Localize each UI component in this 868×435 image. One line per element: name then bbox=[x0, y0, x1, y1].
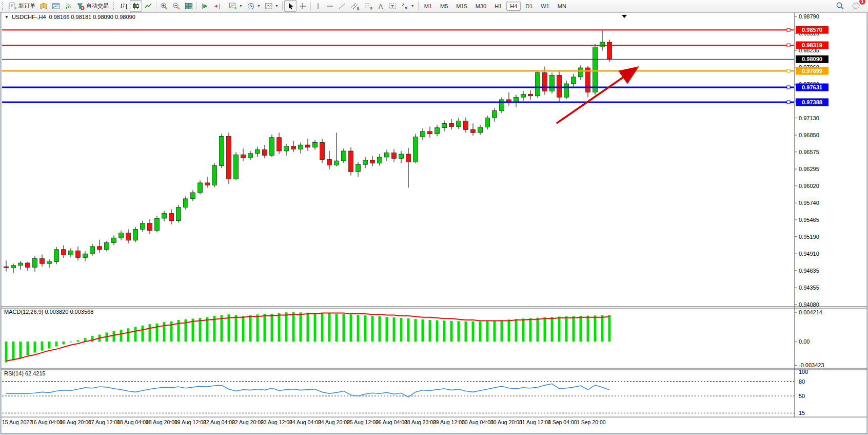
time-axis: 15 Aug 202216 Aug 04:0016 Aug 20:0017 Au… bbox=[2, 419, 606, 425]
svg-text:50: 50 bbox=[799, 393, 805, 399]
trendline-icon bbox=[338, 2, 346, 10]
chart-window-frame bbox=[1, 12, 867, 433]
timeframe-button-M30[interactable]: M30 bbox=[472, 2, 490, 11]
svg-text:0.94635: 0.94635 bbox=[799, 268, 819, 274]
line-chart-icon bbox=[144, 2, 152, 10]
toolbar-separator bbox=[418, 2, 419, 10]
templates-button[interactable]: ▼ bbox=[263, 0, 281, 12]
new-order-label: 新订单 bbox=[18, 2, 35, 10]
horizontal-line-tool-button[interactable] bbox=[324, 0, 336, 12]
macd-indicator-label: MACD(12,26,9) 0.003820 0.003568 bbox=[4, 309, 93, 315]
zoom-in-icon bbox=[160, 2, 168, 10]
candlestick-mode-button[interactable] bbox=[130, 0, 142, 12]
svg-text:0.96295: 0.96295 bbox=[799, 166, 819, 172]
toolbar-separator bbox=[310, 2, 311, 10]
chevron-down-icon: ▼ bbox=[257, 4, 261, 8]
svg-text:0.98090: 0.98090 bbox=[802, 56, 822, 62]
svg-text:0.97388: 0.97388 bbox=[802, 99, 822, 105]
timeframe-button-M1[interactable]: M1 bbox=[421, 2, 436, 11]
new-order-button[interactable]: 新订单 bbox=[7, 0, 37, 12]
timeframe-button-H4[interactable]: H4 bbox=[506, 2, 521, 11]
equidistant-channel-icon: E bbox=[350, 2, 360, 10]
cursor-tool-button[interactable] bbox=[284, 0, 297, 12]
indicators-button[interactable]: ▼ bbox=[227, 0, 245, 12]
notifications-button[interactable]: 1 bbox=[850, 0, 863, 12]
arrows-tool-button[interactable]: ▼ bbox=[399, 0, 417, 12]
svg-text:-0.003423: -0.003423 bbox=[799, 362, 824, 368]
timeframe-button-D1[interactable]: D1 bbox=[522, 2, 536, 11]
timeframe-button-W1[interactable]: W1 bbox=[537, 2, 553, 11]
x-axis-label: 24 Aug 20:00 bbox=[318, 419, 350, 425]
line-handle[interactable] bbox=[787, 69, 790, 72]
zoom-in-button[interactable] bbox=[158, 0, 170, 12]
x-axis-label: 29 Aug 12:00 bbox=[433, 419, 465, 425]
vertical-line-tool-button[interactable] bbox=[312, 0, 324, 12]
svg-text:0.004214: 0.004214 bbox=[799, 309, 822, 315]
svg-text:0.96020: 0.96020 bbox=[799, 183, 819, 189]
x-axis-label: 1 Sep 04:00 bbox=[548, 419, 577, 425]
x-axis-label: 15 Aug 2022 bbox=[2, 419, 32, 425]
svg-text:0.94080: 0.94080 bbox=[799, 301, 819, 308]
zoom-out-button[interactable] bbox=[170, 0, 183, 12]
timeframe-button-H1[interactable]: H1 bbox=[491, 2, 505, 11]
toolbar-grip[interactable] bbox=[113, 2, 116, 10]
toolbar-right-group: 1 bbox=[834, 0, 868, 12]
x-axis-label: 17 Aug 12:00 bbox=[88, 419, 120, 425]
toolbar-separator bbox=[225, 2, 225, 10]
price-label: 0.97899 bbox=[796, 67, 828, 75]
x-axis-label: 22 Aug 20:00 bbox=[232, 419, 264, 425]
x-axis-label: 31 Aug 12:00 bbox=[519, 419, 551, 425]
new-chart-button[interactable] bbox=[50, 0, 62, 12]
x-axis-label: 1 Sep 20:00 bbox=[577, 419, 606, 425]
timeframe-button-MN[interactable]: MN bbox=[554, 2, 570, 11]
svg-text:0.98790: 0.98790 bbox=[799, 13, 819, 20]
svg-text:0.95190: 0.95190 bbox=[799, 234, 819, 240]
auto-trading-icon bbox=[76, 2, 85, 10]
fibonacci-tool-button[interactable]: F bbox=[362, 0, 375, 12]
text-label-tool-button[interactable]: T bbox=[386, 0, 399, 12]
auto-scroll-button[interactable] bbox=[199, 0, 211, 12]
chart-ohlc-values: 0.98166 0.98181 0.98090 0.98090 bbox=[49, 14, 135, 20]
x-axis-label: 26 Aug 04:00 bbox=[376, 419, 407, 425]
text-tool-button[interactable]: A bbox=[375, 0, 386, 12]
equidistant-channel-tool-button[interactable]: E bbox=[348, 0, 362, 12]
line-handle[interactable] bbox=[787, 28, 790, 31]
trendline-tool-button[interactable] bbox=[336, 0, 348, 12]
x-axis-label: 30 Aug 20:00 bbox=[490, 419, 522, 425]
x-axis-label: 25 Aug 12:00 bbox=[347, 419, 379, 425]
x-axis-label: 24 Aug 04:00 bbox=[289, 419, 321, 425]
market-watch-button[interactable] bbox=[37, 0, 50, 12]
timeframe-button-M15[interactable]: M15 bbox=[452, 2, 470, 11]
svg-text:T: T bbox=[391, 4, 393, 9]
new-chart-icon bbox=[52, 2, 60, 10]
crosshair-tool-button[interactable] bbox=[297, 0, 309, 12]
search-button[interactable] bbox=[834, 0, 846, 12]
template-icon bbox=[265, 2, 273, 10]
line-handle[interactable] bbox=[787, 86, 790, 89]
svg-text:0.97130: 0.97130 bbox=[799, 115, 819, 121]
chart-shift-button[interactable] bbox=[211, 0, 223, 12]
collapse-chart-icon[interactable]: ▼ bbox=[5, 15, 9, 20]
timeframe-button-M5[interactable]: M5 bbox=[437, 2, 451, 11]
line-chart-mode-button[interactable] bbox=[142, 0, 154, 12]
bar-chart-icon bbox=[120, 2, 128, 10]
line-handle[interactable] bbox=[787, 44, 790, 47]
vertical-line-icon bbox=[314, 2, 322, 10]
svg-text:0.95740: 0.95740 bbox=[799, 200, 819, 206]
chart-title-bar: ▼ USDCHF-,H4 0.98166 0.98181 0.98090 0.9… bbox=[5, 14, 135, 20]
signals-button[interactable] bbox=[62, 0, 74, 12]
price-label: 0.98319 bbox=[796, 42, 828, 49]
svg-text:0.95465: 0.95465 bbox=[799, 217, 819, 223]
periods-button[interactable]: ▼ bbox=[245, 0, 263, 12]
x-axis-label: 16 Aug 04:00 bbox=[31, 419, 63, 425]
text-label-icon: T bbox=[388, 2, 397, 10]
toolbar-grip[interactable] bbox=[2, 2, 5, 10]
x-axis-label: 19 Aug 12:00 bbox=[174, 419, 206, 425]
line-handle[interactable] bbox=[787, 101, 790, 104]
chart-canvas[interactable]: 0.987900.985150.982350.979600.976800.974… bbox=[0, 0, 868, 435]
auto-trading-button[interactable]: 自动交易 bbox=[74, 0, 111, 12]
tile-windows-button[interactable] bbox=[183, 0, 195, 12]
chart-symbol-title: USDCHF-,H4 bbox=[12, 14, 46, 20]
svg-text:0.94910: 0.94910 bbox=[799, 251, 819, 257]
bar-chart-mode-button[interactable] bbox=[117, 0, 130, 12]
